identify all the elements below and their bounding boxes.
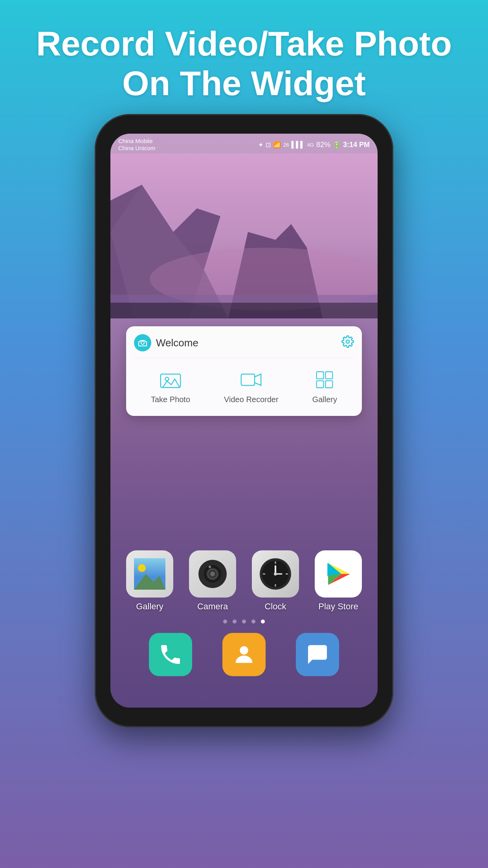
widget-app-icon <box>134 334 151 351</box>
widget-action-video-recorder[interactable]: Video Recorder <box>224 370 279 404</box>
clock-icon-inner <box>260 558 291 590</box>
playstore-icon-inner <box>323 559 353 589</box>
usb-icon: ⊡ <box>266 141 271 149</box>
gallery-app-icon[interactable] <box>126 550 173 598</box>
app-row: Gallery Camera <box>110 550 378 612</box>
signal2-icon: ▌▌▌ <box>292 141 305 148</box>
camera-app-icon[interactable] <box>189 550 236 598</box>
svg-rect-13 <box>326 372 333 379</box>
messages-icon-svg <box>305 642 330 667</box>
app-item-camera[interactable]: Camera <box>189 550 236 612</box>
widget-action-gallery[interactable]: Gallery <box>312 370 337 404</box>
app-item-playstore[interactable]: Play Store <box>315 550 362 612</box>
svg-point-8 <box>346 340 349 343</box>
indicator-1 <box>223 620 227 623</box>
gallery-app-label: Gallery <box>136 601 163 612</box>
signal3-icon: 4G <box>307 142 314 148</box>
camera-icon-inner <box>198 560 227 588</box>
dock-messages-icon[interactable] <box>296 633 339 676</box>
gallery-icon-svg <box>314 371 335 388</box>
carrier-line2: China Unicom <box>118 145 155 152</box>
header-section: Record Video/Take Photo On The Widget <box>0 0 488 119</box>
gallery-icon[interactable] <box>313 370 336 390</box>
widget-card: Welcome <box>126 326 362 416</box>
time-label: 3:14 PM <box>343 141 370 149</box>
video-recorder-label: Video Recorder <box>224 395 279 404</box>
widget-settings-icon[interactable] <box>341 335 354 351</box>
svg-rect-11 <box>241 374 255 386</box>
wifi-icon: 📶 <box>273 141 281 149</box>
header-title: Record Video/Take Photo On The Widget <box>31 24 457 103</box>
indicator-5-active <box>261 620 265 623</box>
widget-header: Welcome <box>134 334 354 358</box>
video-recorder-icon[interactable] <box>239 370 263 390</box>
video-icon-svg <box>240 371 262 388</box>
phone-icon-svg <box>158 642 183 667</box>
widget-title-row: Welcome <box>134 334 198 351</box>
battery-label: 82% <box>316 141 330 149</box>
svg-point-10 <box>165 377 169 381</box>
clock-app-icon[interactable] <box>252 550 299 598</box>
dock-bar <box>110 633 378 676</box>
phone-screen: China Mobile China Unicom ✦ ⊡ 📶 26 ▌▌▌ 4… <box>110 134 378 708</box>
indicator-4 <box>251 620 255 623</box>
playstore-app-icon[interactable] <box>315 550 362 598</box>
svg-rect-12 <box>317 372 324 379</box>
svg-rect-15 <box>326 381 333 388</box>
gallery-icon-inner <box>134 558 165 590</box>
clock-app-label: Clock <box>264 601 286 612</box>
status-right: ✦ ⊡ 📶 26 ▌▌▌ 4G 82% 🔋 3:14 PM <box>258 141 370 149</box>
bluetooth-icon: ✦ <box>258 141 263 149</box>
svg-point-18 <box>138 564 146 572</box>
widget-actions: Take Photo Video Recorder <box>134 366 354 408</box>
page-indicators <box>110 620 378 623</box>
contacts-icon-svg <box>231 642 257 667</box>
status-bar: China Mobile China Unicom ✦ ⊡ 📶 26 ▌▌▌ 4… <box>110 134 378 156</box>
carrier-info: China Mobile China Unicom <box>118 138 155 152</box>
svg-point-23 <box>210 572 215 576</box>
dock-phone-icon[interactable] <box>149 633 192 676</box>
svg-point-24 <box>209 566 211 568</box>
camera-small-icon <box>138 338 147 348</box>
indicator-3 <box>242 620 246 623</box>
battery-icon: 🔋 <box>333 141 341 149</box>
photo-icon-svg <box>160 371 181 388</box>
widget-title: Welcome <box>156 337 198 349</box>
gear-icon[interactable] <box>341 335 354 348</box>
dock-contacts-icon[interactable] <box>222 633 266 676</box>
playstore-app-label: Play Store <box>318 601 358 612</box>
svg-rect-6 <box>110 303 378 318</box>
indicator-2 <box>233 620 237 623</box>
gallery-label: Gallery <box>312 395 337 404</box>
take-photo-icon[interactable] <box>159 370 182 390</box>
app-item-gallery[interactable]: Gallery <box>126 550 173 612</box>
camera-app-label: Camera <box>197 601 228 612</box>
widget-action-take-photo[interactable]: Take Photo <box>151 370 190 404</box>
phone-frame: China Mobile China Unicom ✦ ⊡ 📶 26 ▌▌▌ 4… <box>95 114 393 727</box>
svg-rect-14 <box>317 381 324 388</box>
svg-point-7 <box>141 341 144 344</box>
carrier-line1: China Mobile <box>118 138 155 145</box>
svg-point-44 <box>240 646 248 655</box>
signal1-icon: 26 <box>283 142 289 148</box>
take-photo-label: Take Photo <box>151 395 190 404</box>
app-item-clock[interactable]: Clock <box>252 550 299 612</box>
svg-point-33 <box>274 572 277 576</box>
dock-area: Gallery Camera <box>110 550 378 676</box>
mountain-background <box>110 153 378 318</box>
